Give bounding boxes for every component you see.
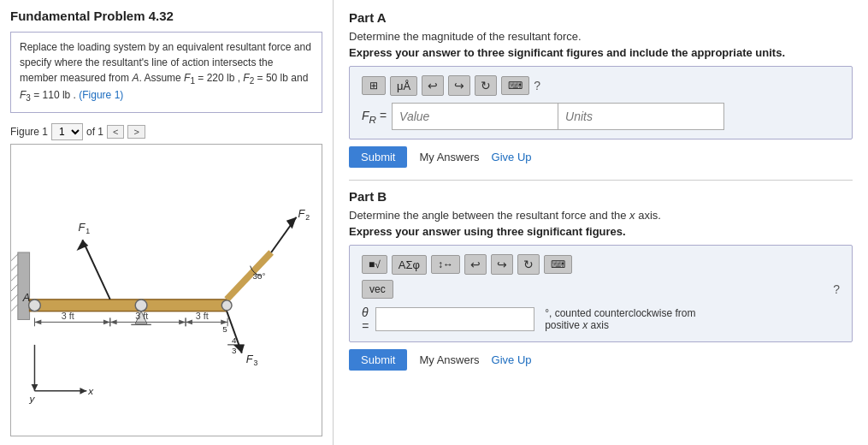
- svg-text:3: 3: [232, 345, 237, 354]
- part-a-input-row: FR =: [362, 103, 840, 130]
- svg-text:3: 3: [254, 359, 258, 367]
- refresh-button-b[interactable]: ↻: [517, 254, 540, 275]
- submit-button-b[interactable]: Submit: [349, 349, 407, 371]
- right-panel: Part A Determine the magnitude of the re…: [334, 0, 868, 445]
- part-b-answer-box: ■√ ΑΣφ ↕↔ ↩ ↪ ↻ ⌨ vec ? θ= °, counted co…: [349, 245, 853, 342]
- svg-text:4: 4: [232, 335, 237, 345]
- svg-line-1: [11, 254, 18, 261]
- part-a-answer-box: ⊞ μÅ ↩ ↪ ↻ ⌨ ? FR =: [349, 66, 853, 139]
- svg-text:y: y: [29, 392, 36, 403]
- figure-diagram: F 1 F 2 30° F 3 4 3 5: [11, 145, 322, 436]
- give-up-link-b[interactable]: Give Up: [492, 353, 532, 366]
- figure-select[interactable]: 1: [51, 123, 83, 140]
- part-a-description: Determine the magnitude of the resultant…: [349, 30, 853, 43]
- part-b-title: Part B: [349, 189, 853, 204]
- svg-point-9: [135, 300, 147, 312]
- svg-text:A: A: [22, 291, 31, 304]
- svg-line-4: [11, 284, 18, 291]
- svg-point-13: [221, 300, 232, 311]
- part-b-instruction: Express your answer using three signific…: [349, 225, 853, 238]
- part-a-title: Part A: [349, 10, 853, 25]
- svg-marker-41: [179, 319, 186, 324]
- problem-description: Replace the loading system by an equival…: [10, 32, 322, 113]
- theta-suffix: °, counted counterclockwise frompositive…: [545, 307, 695, 331]
- svg-line-3: [11, 274, 18, 281]
- figure-link[interactable]: (Figure 1): [79, 89, 123, 101]
- svg-point-8: [29, 300, 41, 312]
- svg-text:3 ft: 3 ft: [135, 311, 148, 321]
- svg-text:3 ft: 3 ft: [62, 311, 74, 321]
- theta-input[interactable]: [375, 307, 534, 331]
- svg-text:2: 2: [305, 212, 310, 221]
- part-b-toolbar: ■√ ΑΣφ ↕↔ ↩ ↪ ↻ ⌨: [362, 254, 840, 275]
- svg-text:F: F: [298, 207, 306, 220]
- keyboard-button-a[interactable]: ⌨: [501, 76, 529, 95]
- keyboard-button-b[interactable]: ⌨: [544, 255, 572, 274]
- theta-label: θ=: [362, 306, 369, 333]
- svg-marker-19: [286, 217, 297, 229]
- svg-line-5: [11, 294, 18, 301]
- svg-text:1: 1: [86, 227, 90, 235]
- part-a-instruction: Express your answer to three significant…: [349, 46, 853, 59]
- svg-text:x: x: [87, 385, 94, 396]
- fr-label: FR =: [362, 109, 387, 125]
- redo-button-b[interactable]: ↪: [491, 254, 513, 275]
- figure-controls: Figure 1 1 of 1 < >: [10, 123, 322, 140]
- value-input-a[interactable]: [392, 103, 558, 130]
- part-b-submit-row: Submit My Answers Give Up: [349, 349, 853, 371]
- help-icon-b[interactable]: ?: [833, 282, 840, 296]
- my-answers-link-a[interactable]: My Answers: [419, 151, 479, 163]
- svg-marker-54: [80, 388, 86, 395]
- theta-row: θ= °, counted counterclockwise fromposit…: [362, 306, 840, 333]
- redo-button-a[interactable]: ↪: [448, 75, 470, 96]
- svg-text:3 ft: 3 ft: [196, 311, 209, 321]
- svg-text:5: 5: [222, 324, 227, 334]
- svg-text:30°: 30°: [253, 271, 266, 281]
- help-icon-a[interactable]: ?: [534, 79, 540, 92]
- figure-box: F 1 F 2 30° F 3 4 3 5: [10, 144, 322, 436]
- svg-marker-35: [103, 319, 110, 324]
- part-b-description: Determine the angle between the resultan…: [349, 209, 853, 222]
- figure-of: of 1: [86, 126, 103, 138]
- svg-line-6: [11, 305, 18, 312]
- refresh-button-a[interactable]: ↻: [475, 75, 497, 96]
- undo-button-b[interactable]: ↩: [464, 254, 487, 275]
- figure-next-button[interactable]: >: [127, 125, 145, 139]
- units-input-a[interactable]: [558, 103, 724, 130]
- svg-marker-51: [32, 384, 38, 391]
- undo-button-a[interactable]: ↩: [422, 75, 444, 96]
- svg-rect-0: [18, 252, 30, 319]
- svg-rect-7: [30, 300, 227, 312]
- svg-text:F: F: [78, 221, 86, 234]
- figure-label: Figure 1: [10, 126, 48, 138]
- part-a-toolbar: ⊞ μÅ ↩ ↪ ↻ ⌨ ?: [362, 75, 840, 96]
- matrix-button-b[interactable]: ■√: [362, 255, 387, 274]
- matrix-button-a[interactable]: ⊞: [362, 76, 386, 95]
- svg-marker-34: [34, 319, 41, 324]
- arrows-button-b[interactable]: ↕↔: [431, 255, 460, 274]
- symbol-button-b[interactable]: ΑΣφ: [392, 255, 427, 275]
- my-answers-link-b[interactable]: My Answers: [419, 353, 479, 366]
- give-up-link-a[interactable]: Give Up: [492, 151, 532, 163]
- submit-button-a[interactable]: Submit: [349, 146, 407, 168]
- svg-text:F: F: [246, 353, 254, 365]
- problem-title: Fundamental Problem 4.32: [10, 9, 322, 23]
- svg-marker-40: [110, 319, 117, 324]
- svg-line-14: [82, 240, 109, 300]
- left-panel: Fundamental Problem 4.32 Replace the loa…: [0, 0, 334, 445]
- vec-button[interactable]: vec: [362, 280, 393, 299]
- svg-marker-46: [186, 319, 192, 324]
- mu-button-a[interactable]: μÅ: [390, 76, 417, 96]
- part-a-submit-row: Submit My Answers Give Up: [349, 146, 853, 168]
- divider: [349, 180, 853, 181]
- svg-line-2: [11, 264, 18, 270]
- figure-prev-button[interactable]: <: [107, 125, 124, 139]
